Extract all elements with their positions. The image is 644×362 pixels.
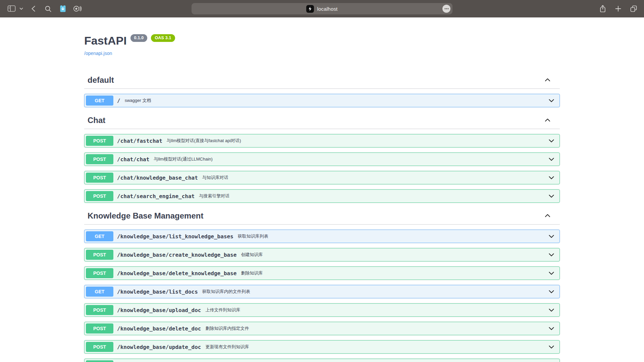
sidebar-toggle-button[interactable] — [7, 4, 17, 14]
chevron-up-icon[interactable] — [545, 77, 550, 83]
endpoint-summary: 更新现有文件到知识库 — [205, 344, 249, 350]
endpoint-path: /knowledge_base/delete_knowledge_base — [117, 270, 236, 277]
method-badge: POST — [86, 154, 113, 164]
endpoint-row[interactable]: POST /knowledge_base/recreate_vector_sto… — [84, 359, 560, 362]
endpoint-path: /knowledge_base/create_knowledge_base — [117, 252, 236, 258]
tag-divider — [84, 129, 560, 129]
api-title-text: FastAPI — [84, 34, 127, 47]
endpoint-path: / — [117, 98, 120, 104]
endpoint-summary: 与知识库对话 — [202, 175, 228, 181]
chevron-down-icon[interactable] — [548, 271, 554, 276]
chevron-up-icon[interactable] — [545, 213, 550, 219]
toolbar-right-group — [598, 0, 639, 17]
endpoint-row[interactable]: POST /knowledge_base/delete_doc 删除知识库内指定… — [84, 322, 560, 335]
back-button[interactable] — [28, 4, 38, 14]
method-badge: GET — [86, 231, 113, 241]
search-icon[interactable] — [43, 4, 53, 14]
section-title: default — [88, 76, 114, 84]
method-badge: POST — [86, 136, 113, 146]
page-title: FastAPI 0.1.0 OAS 3.1 — [84, 34, 560, 47]
endpoint-summary: 获取知识库列表 — [238, 233, 268, 239]
endpoint-path: /chat/knowledge_base_chat — [117, 175, 198, 181]
method-badge: GET — [86, 287, 113, 297]
chevron-down-icon[interactable] — [548, 253, 554, 257]
endpoint-row[interactable]: POST /knowledge_base/upload_doc 上传文件到知识库 — [84, 303, 560, 317]
api-info: FastAPI 0.1.0 OAS 3.1 /openapi.json — [84, 17, 560, 56]
endpoint-row[interactable]: GET /knowledge_base/list_docs 获取知识库内的文件列… — [84, 285, 560, 298]
tag-divider — [84, 224, 560, 225]
endpoint-path: /knowledge_base/list_docs — [117, 289, 198, 295]
api-sections: default GET / swagger 文档 Chat — [84, 76, 560, 362]
tag-header[interactable]: Knowledge Base Management — [84, 212, 560, 220]
toolbar-left-group — [0, 4, 83, 14]
endpoint-summary: 上传文件到知识库 — [205, 307, 240, 313]
method-badge: POST — [86, 305, 113, 315]
endpoint-path: /chat/chat — [117, 156, 149, 163]
endpoint-row[interactable]: POST /knowledge_base/update_doc 更新现有文件到知… — [84, 340, 560, 354]
endpoint-row[interactable]: POST /chat/knowledge_base_chat 与知识库对话 — [84, 171, 560, 184]
tag-divider — [84, 88, 560, 89]
endpoint-summary: swagger 文档 — [125, 98, 151, 104]
method-badge: POST — [86, 360, 113, 362]
endpoint-row[interactable]: POST /knowledge_base/delete_knowledge_ba… — [84, 266, 560, 280]
chevron-down-icon[interactable] — [548, 290, 554, 294]
endpoint-summary: 与搜索引擎对话 — [199, 193, 229, 199]
endpoint-row[interactable]: GET / swagger 文档 — [84, 94, 560, 107]
endpoint-row[interactable]: POST /knowledge_base/create_knowledge_ba… — [84, 248, 560, 261]
chevron-down-icon[interactable] — [548, 234, 554, 239]
chevron-down-icon[interactable] — [548, 139, 554, 143]
download-extension-icon[interactable] — [58, 4, 68, 14]
browser-toolbar: localhost — [0, 0, 644, 17]
tag-header[interactable]: Chat — [84, 116, 560, 125]
endpoint-summary: 创建知识库 — [241, 252, 263, 258]
endpoint-path: /knowledge_base/delete_doc — [117, 325, 201, 332]
endpoint-summary: 删除知识库内指定文件 — [205, 325, 249, 331]
chevron-down-icon[interactable] — [548, 176, 554, 180]
share-icon[interactable] — [598, 4, 608, 14]
address-bar[interactable]: localhost — [192, 3, 452, 14]
chevron-down-icon[interactable] — [548, 326, 554, 331]
extensions-ellipsis-button[interactable] — [442, 5, 450, 13]
method-badge: POST — [86, 173, 113, 183]
chevron-down-icon[interactable] — [548, 194, 554, 198]
chevron-up-icon[interactable] — [545, 117, 550, 123]
new-tab-icon[interactable] — [613, 4, 623, 14]
tag-section: default GET / swagger 文档 — [84, 76, 560, 107]
tab-overview-icon[interactable] — [629, 4, 639, 14]
version-badge: 0.1.0 — [130, 34, 148, 42]
swagger-page: FastAPI 0.1.0 OAS 3.1 /openapi.json defa… — [0, 17, 644, 362]
method-badge: GET — [86, 96, 113, 106]
endpoint-row[interactable]: POST /chat/fastchat 与llm模型对话(直接与fastchat… — [84, 134, 560, 147]
operations: GET / swagger 文档 — [84, 94, 560, 107]
section-title: Chat — [88, 116, 105, 125]
chevron-down-icon[interactable] — [548, 308, 554, 312]
tag-section: Knowledge Base Management GET /knowledge… — [84, 212, 560, 362]
sidebar-chevron-down-icon[interactable] — [19, 4, 23, 14]
endpoint-row[interactable]: POST /chat/chat 与llm模型对话(通过LLMChain) — [84, 153, 560, 166]
endpoint-path: /knowledge_base/upload_doc — [117, 307, 201, 313]
oas-badge: OAS 3.1 — [151, 34, 175, 42]
radio-star-extension-icon[interactable] — [72, 4, 83, 14]
endpoint-row[interactable]: POST /chat/search_engine_chat 与搜索引擎对话 — [84, 189, 560, 203]
method-badge: POST — [86, 268, 113, 278]
tag-header[interactable]: default — [84, 76, 560, 84]
method-badge: POST — [86, 323, 113, 334]
chevron-down-icon[interactable] — [548, 157, 554, 162]
endpoint-path: /knowledge_base/update_doc — [117, 344, 201, 350]
chevron-down-icon[interactable] — [548, 345, 554, 349]
endpoint-row[interactable]: GET /knowledge_base/list_knowledge_bases… — [84, 230, 560, 243]
endpoint-path: /chat/search_engine_chat — [117, 193, 195, 199]
endpoint-summary: 删除知识库 — [241, 270, 263, 276]
operations: GET /knowledge_base/list_knowledge_bases… — [84, 230, 560, 362]
section-title: Knowledge Base Management — [88, 212, 203, 220]
endpoint-path: /chat/fastchat — [117, 138, 162, 144]
tag-section: Chat POST /chat/fastchat 与llm模型对话(直接与fas… — [84, 116, 560, 203]
operations: POST /chat/fastchat 与llm模型对话(直接与fastchat… — [84, 134, 560, 203]
endpoint-summary: 获取知识库内的文件列表 — [202, 289, 250, 295]
endpoint-summary: 与llm模型对话(通过LLMChain) — [154, 156, 213, 162]
openapi-json-link[interactable]: /openapi.json — [84, 51, 112, 56]
chevron-down-icon[interactable] — [548, 99, 554, 103]
method-badge: POST — [86, 191, 113, 201]
method-badge: POST — [86, 250, 113, 260]
method-badge: POST — [86, 342, 113, 352]
